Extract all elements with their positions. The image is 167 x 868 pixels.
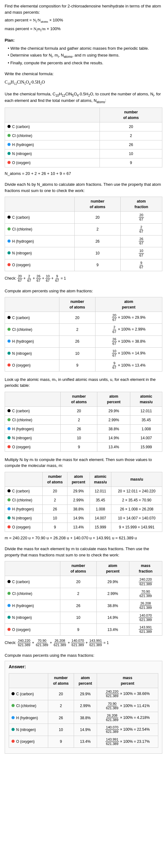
carbon-total-mass: 20 × 12.011 = 240.220 [111,487,162,496]
col-atom-percent-3: atompercent [95,297,162,312]
oxygen-atoms-7: 9 [48,736,74,747]
hydrogen-total-mass: 26 × 1.008 = 26.208 [111,504,162,514]
table-row: N (nitrogen) 10 14.9% 14.007 [5,433,162,442]
answer-section: Compute mass percents using the mass fra… [5,652,162,754]
table-row: O (oxygen) 9 13.4% 143.991621.389 × 100%… [9,736,158,747]
nitrogen-pct-4: 14.9% [98,433,130,442]
hydrogen-dot-7 [11,716,15,719]
table-atom-percents: numberof atoms atompercent C (carbon) 20… [5,297,162,372]
table-row: O (oxygen) 9 13.4% 15.999 9 × 15.999 = 1… [5,523,162,532]
oxygen-pct-4: 13.4% [98,442,130,452]
lookup-text: Look up the atomic mass, mᵢ, in unified … [5,376,162,389]
table-row: H (hydrogen) 26 38.8% 1.008 26 × 1.008 =… [5,504,162,514]
check-1: Check: 2067 + 267 + 2667 + 1067 + 967 = … [5,274,162,283]
chlorine-pct-7: 2.99% [74,700,97,712]
element-carbon-1: C (carbon) [5,122,100,131]
nitrogen-pct-7: 14.9% [74,724,97,736]
col-element-7 [9,674,48,688]
element-oxygen-4: O (oxygen) [5,442,61,452]
hydrogen-mass-frac: 26.208621.389 [129,600,162,612]
element-chlorine-2: Cl (chlorine) [5,223,75,235]
hydrogen-fraction: 2667 [120,236,162,247]
hydrogen-pct-6: 38.8% [96,600,129,612]
carbon-pct-7: 29.9% [74,688,97,700]
table-row: H (hydrogen) 26 38.8% 1.008 [5,424,162,433]
element-nitrogen-5: N (nitrogen) [5,514,43,523]
chlorine-dot-4 [7,418,10,421]
element-nitrogen-4: N (nitrogen) [5,433,61,442]
m-equation: m = 240.220 u + 70.90 u + 26.208 u + 140… [5,535,162,541]
element-oxygen-5: O (oxygen) [5,523,43,532]
atomic-masses-section: Look up the atomic mass, mᵢ, in unified … [5,376,162,452]
table-row: C (carbon) 20 29.9% 12.011 [5,406,162,415]
col-element-4 [5,392,61,406]
hydrogen-atoms-6: 26 [60,600,96,612]
element-carbon-2: C (carbon) [5,212,75,223]
element-carbon-5: C (carbon) [5,487,43,496]
table-row: C (carbon) 20 29.9% 240.220621.389 [5,576,162,588]
oxygen-mass: 15.999 [130,442,162,452]
carbon-atom-pct: 2067 × 100% = 29.9% [95,312,162,324]
nitrogen-mass: 14.007 [130,433,162,442]
table-row: N (nitrogen) 10 1067 [5,247,162,259]
nitrogen-dot-7 [11,728,15,731]
carbon-pct-4: 29.9% [98,406,130,415]
element-hydrogen-1: H (hydrogen) [5,140,100,149]
oxygen-atoms-2: 9 [75,259,120,271]
plan-section: Plan: • Write the chemical formula and g… [5,37,162,66]
chlorine-mass-frac: 70.90621.389 [129,588,162,599]
nitrogen-total-mass: 10 × 14.007 = 140.070 [111,514,162,523]
oxygen-mass-5: 15.999 [89,523,111,532]
plan-step-1: • Write the chemical formula and gather … [8,45,162,52]
table-row: Cl (chlorine) 2 2.99% 35.45 [5,415,162,424]
element-chlorine-4: Cl (chlorine) [5,415,61,424]
table-row: O (oxygen) 9 13.4% 143.991621.389 [5,623,162,635]
hydrogen-dot-2 [7,240,10,243]
chlorine-atoms-3: 2 [59,324,95,336]
answer-box: Answer: numberof atoms atompercent massp… [5,661,162,754]
carbon-dot-3 [7,316,10,319]
carbon-mass-pct: 240.220621.389 × 100% = 38.66% [97,688,158,700]
table-row: N (nitrogen) 10 14.9% 140.070621.389 [5,612,162,623]
table-mass-calc: numberof atoms atompercent atomicmass/u … [5,472,162,532]
nitrogen-mass-pct: 140.070621.389 × 100% = 22.54% [97,724,158,736]
hydrogen-atoms-7: 26 [48,712,74,723]
chlorine-atoms-5: 2 [43,496,67,504]
chlorine-mass-pct: 70.90621.389 × 100% = 11.41% [97,700,158,712]
col-fraction: atomfraction [120,197,162,212]
nitrogen-fraction: 1067 [120,247,162,259]
atom-percent-formula: atom percent = Ni/Natoms × 100% [5,17,162,24]
chlorine-mass: 35.45 [130,415,162,424]
carbon-mass-5: 12.011 [89,487,111,496]
carbon-dot-6 [7,580,10,583]
table-row: Cl (chlorine) 2 2.99% 70.90621.389 [5,588,162,599]
carbon-dot-4 [7,409,10,412]
oxygen-atoms-3: 9 [59,360,95,371]
nitrogen-atoms-6: 10 [60,612,96,623]
element-oxygen-7: O (oxygen) [9,736,48,747]
table-row: O (oxygen) 9 967 × 100% = 13.4% [5,360,162,371]
divide-mass-text: Divide the mass for each element by m to… [5,546,162,558]
chlorine-dot-5 [7,498,10,501]
table-row: H (hydrogen) 26 [5,140,162,149]
oxygen-pct-5: 13.4% [67,523,89,532]
carbon-dot-7 [11,692,15,695]
element-chlorine-5: Cl (chlorine) [5,496,43,504]
col-natoms-5: numberof atoms [43,472,67,487]
atom-fractions-section: Divide each Nᵢ by N_atoms to calculate a… [5,181,162,283]
col-natoms-4: numberof atoms [61,392,98,406]
element-hydrogen-2: H (hydrogen) [5,236,75,247]
carbon-dot [7,125,10,128]
element-carbon-6: C (carbon) [5,576,60,588]
hydrogen-atom-pct: 2667 × 100% = 38.8% [95,336,162,347]
nitrogen-pct-5: 14.9% [67,514,89,523]
element-chlorine-7: Cl (chlorine) [9,700,48,712]
oxygen-dot-2 [7,263,10,266]
oxygen-dot-5 [7,525,10,528]
col-natoms-3: numberof atoms [59,297,95,312]
table-atom-fractions: numberof atoms atomfraction C (carbon) 2… [5,197,162,271]
carbon-mass-frac: 240.220621.389 [129,576,162,588]
element-oxygen-3: O (oxygen) [5,360,59,371]
mass-percent-formula: mass percent = Nimi/m × 100% [5,26,162,33]
nitrogen-dot-5 [7,516,10,520]
